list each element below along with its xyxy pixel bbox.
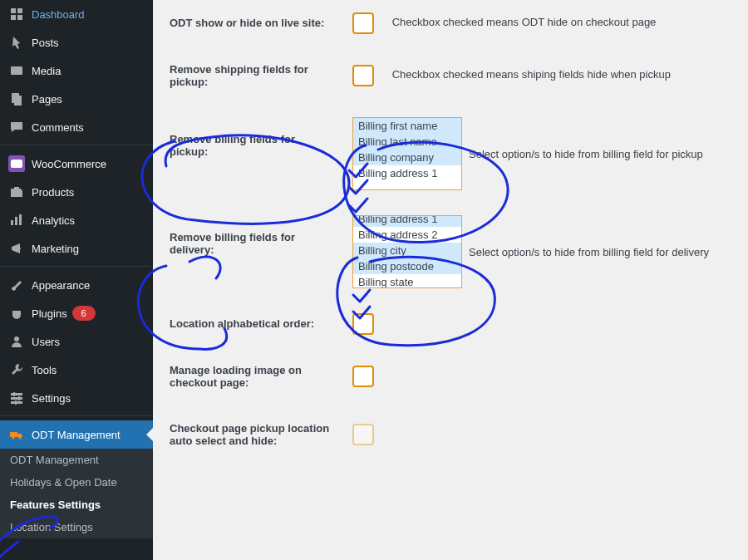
sidebar-item-marketing[interactable]: Marketing xyxy=(0,234,153,263)
sidebar-item-pages[interactable]: Pages xyxy=(0,85,153,113)
submenu-item-location-settings[interactable]: Location Settings xyxy=(0,516,153,538)
sidebar-item-dashboard[interactable]: Dashboard xyxy=(0,0,153,28)
svg-rect-0 xyxy=(11,8,16,13)
odt-show-hide-label: ODT show or hide on live site: xyxy=(170,0,344,47)
remove-billing-pickup-label: Remove billing fields for pickup: xyxy=(170,105,344,203)
sidebar-item-products[interactable]: Products xyxy=(0,178,153,206)
svg-rect-18 xyxy=(15,400,17,405)
odt-show-hide-checkbox[interactable] xyxy=(352,12,374,34)
select-option[interactable]: Billing address 2 xyxy=(353,227,461,243)
submenu-item-odt-management[interactable]: ODT Management xyxy=(0,449,153,471)
sidebar-item-label: Posts xyxy=(32,37,59,49)
pickup-auto-checkbox[interactable] xyxy=(352,424,374,445)
svg-rect-10 xyxy=(15,217,17,225)
alpha-order-label: Location alphabetical order: xyxy=(170,301,344,347)
svg-rect-9 xyxy=(11,220,13,225)
svg-rect-8 xyxy=(11,160,22,168)
submenu-item-holidays-open-date[interactable]: Holidays & Open Date xyxy=(0,471,153,494)
select-option[interactable]: Billing city xyxy=(353,243,461,258)
marketing-icon xyxy=(8,240,25,257)
svg-rect-13 xyxy=(11,393,22,395)
svg-point-12 xyxy=(14,336,19,341)
sidebar-item-label: Tools xyxy=(32,364,57,376)
sidebar-item-label: Appearance xyxy=(32,279,90,292)
svg-rect-3 xyxy=(17,15,22,20)
svg-rect-7 xyxy=(14,96,22,106)
remove-billing-delivery-select[interactable]: Billing address 1Billing address 2Billin… xyxy=(352,215,462,288)
remove-billing-pickup-select[interactable]: Billing first nameBilling last nameBilli… xyxy=(352,117,462,190)
truck-icon xyxy=(8,426,25,443)
sidebar-item-label: Marketing xyxy=(32,243,79,255)
sidebar-item-analytics[interactable]: Analytics xyxy=(0,206,153,234)
svg-point-21 xyxy=(19,437,22,440)
remove-shipping-label: Remove shipping fields for pickup: xyxy=(170,47,344,105)
sidebar-item-label: Settings xyxy=(32,392,71,405)
svg-rect-19 xyxy=(10,432,17,437)
select-option[interactable]: Billing first name xyxy=(353,118,461,134)
sidebar-item-tools[interactable]: Tools xyxy=(0,356,153,384)
sidebar-item-label: Dashboard xyxy=(32,8,85,21)
remove-billing-pickup-hint: Select option/s to hide from billing fie… xyxy=(469,148,703,160)
select-option[interactable]: Billing address 1 xyxy=(353,215,461,227)
tools-icon xyxy=(8,361,25,378)
sidebar-item-label: ODT Management xyxy=(32,429,121,441)
sidebar-item-comments[interactable]: Comments xyxy=(0,113,153,141)
svg-rect-11 xyxy=(19,214,22,225)
select-option[interactable]: Billing last name xyxy=(353,134,461,150)
plugins-icon xyxy=(8,305,25,322)
sidebar-item-settings[interactable]: Settings xyxy=(0,384,153,412)
alpha-order-checkbox[interactable] xyxy=(352,313,374,335)
select-option[interactable]: Billing address 1 xyxy=(353,165,461,181)
sidebar-item-media[interactable]: Media xyxy=(0,56,153,85)
sidebar-item-label: Analytics xyxy=(32,214,75,227)
sidebar-item-label: Pages xyxy=(32,93,62,106)
select-option[interactable]: Billing company xyxy=(353,150,461,165)
products-icon xyxy=(8,184,25,200)
settings-panel: ODT show or hide on live site: Checkbox … xyxy=(153,0,748,560)
loading-image-checkbox[interactable] xyxy=(352,366,374,387)
woo-icon xyxy=(8,155,25,172)
analytics-icon xyxy=(8,212,25,228)
sidebar-item-posts[interactable]: Posts xyxy=(0,28,153,56)
sidebar-item-label: Comments xyxy=(32,121,84,134)
sidebar-item-users[interactable]: Users xyxy=(0,327,153,356)
svg-point-20 xyxy=(12,437,15,440)
dashboard-icon xyxy=(8,6,25,22)
media-icon xyxy=(8,62,25,79)
remove-billing-delivery-hint: Select option/s to hide from billing fie… xyxy=(469,246,709,258)
sidebar-item-label: Plugins xyxy=(32,307,67,320)
submenu-item-features-settings[interactable]: Features Settings xyxy=(0,494,153,516)
loading-image-label: Manage loading image on checkout page: xyxy=(170,347,344,405)
svg-rect-14 xyxy=(11,397,22,400)
remove-shipping-checkbox[interactable] xyxy=(352,65,374,86)
sidebar-item-odt-management[interactable]: ODT Management xyxy=(0,420,153,449)
svg-rect-2 xyxy=(11,15,16,20)
pickup-auto-label: Checkout page pickup location auto selec… xyxy=(170,405,344,464)
pages-icon xyxy=(8,91,25,107)
admin-sidebar: DashboardPostsMediaPagesCommentsWooComme… xyxy=(0,0,153,560)
svg-point-5 xyxy=(13,69,16,71)
update-badge: 6 xyxy=(72,306,96,321)
settings-icon xyxy=(8,390,25,406)
sidebar-item-label: Users xyxy=(32,336,60,348)
pin-icon xyxy=(8,34,25,51)
odt-show-hide-hint: Checkbox checked means ODT hide on check… xyxy=(392,16,657,28)
brush-icon xyxy=(8,277,25,293)
svg-rect-1 xyxy=(17,8,22,13)
sidebar-item-label: WooCommerce xyxy=(32,158,106,170)
remove-shipping-hint: Checkbox checked means shiping fields hi… xyxy=(392,68,671,81)
svg-rect-17 xyxy=(18,396,20,400)
sidebar-item-plugins[interactable]: Plugins6 xyxy=(0,299,153,327)
sidebar-item-label: Products xyxy=(32,186,74,199)
sidebar-item-appearance[interactable]: Appearance xyxy=(0,271,153,299)
select-option[interactable]: Billing state xyxy=(353,274,461,288)
comments-icon xyxy=(8,119,25,135)
select-option[interactable]: Billing postcode xyxy=(353,258,461,274)
svg-rect-16 xyxy=(13,392,15,396)
remove-billing-delivery-label: Remove billing fields for delivery: xyxy=(170,203,344,301)
users-icon xyxy=(8,333,25,350)
sidebar-item-label: Media xyxy=(32,65,61,77)
sidebar-item-woocommerce[interactable]: WooCommerce xyxy=(0,150,153,178)
